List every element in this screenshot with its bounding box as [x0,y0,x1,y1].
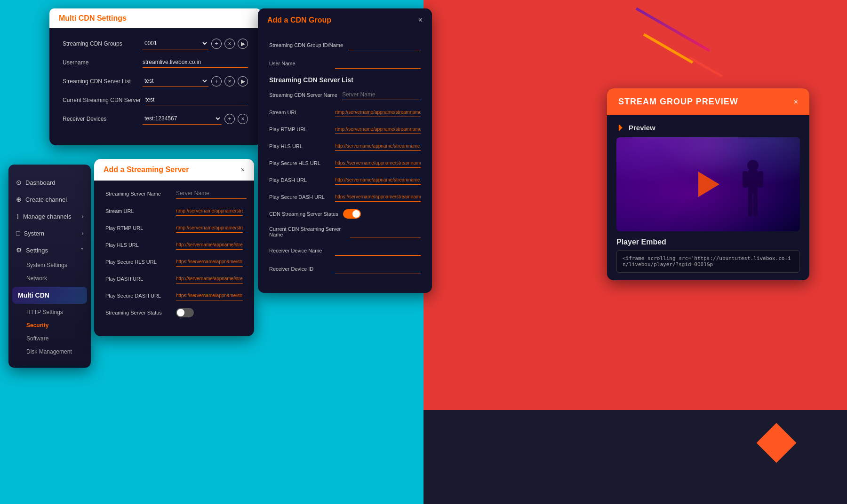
cdn-stream-url-label: Stream URL [269,110,330,115]
receiver-devices-remove-btn[interactable]: × [238,114,248,124]
receiver-device-name-label: Receiver Device Name [269,248,330,253]
play-rtmp-url-row: Play RTMP URL [105,223,243,233]
settings-icon: ⚙ [16,246,22,254]
sidebar-panel: ⊙ Dashboard ⊕ Create channel ⫿ Manage ch… [8,165,91,368]
receiver-device-name-input[interactable] [335,245,421,256]
sidebar-item-dashboard[interactable]: ⊙ Dashboard [8,174,91,191]
svg-rect-3 [758,171,763,188]
sidebar-sub-disk-management[interactable]: Disk Management [8,345,91,358]
sidebar-item-create-channel[interactable]: ⊕ Create channel [8,191,91,208]
streaming-server-close-btn[interactable]: × [241,166,245,173]
play-dash-url-input[interactable] [176,274,243,284]
cdn-group-id-input[interactable] [348,39,421,50]
play-secure-hls-url-row: Play Secure HLS URL [105,257,243,267]
preview-title: STREAM GROUP PREVIEW [618,97,738,107]
play-dash-url-label: Play DASH URL [105,276,171,282]
play-circle-icon: ⏵ [616,123,625,133]
streaming-server-status-toggle[interactable] [176,308,194,317]
streaming-server-title-bar: Add a Streaming Server × [94,159,254,181]
cdn-groups-remove-btn[interactable]: × [224,39,235,49]
cdn-play-rtmp-row: Play RTMP URL [269,125,421,134]
cdn-group-title: Add a CDN Group [267,16,331,24]
cdn-server-list-remove-btn[interactable]: × [224,76,235,87]
cdn-stream-url-row: Stream URL [269,108,421,117]
cdn-server-list-add-btn[interactable]: + [211,76,222,87]
receiver-device-name-row: Receiver Device Name [269,245,421,256]
cdn-groups-label: Streaming CDN Groups [63,40,138,47]
cdn-server-status-toggle[interactable] [343,209,361,219]
cdn-group-username-label: User Name [269,61,330,66]
cdn-play-hls-input[interactable] [335,142,421,151]
play-secure-dash-url-input[interactable] [176,291,243,300]
stream-url-row: Stream URL [105,206,243,216]
sidebar-item-system[interactable]: □ System › [8,225,91,242]
play-secure-hls-url-input[interactable] [176,257,243,267]
sidebar-sub-system-settings[interactable]: System Settings [8,259,91,272]
cdn-group-username-row: User Name [269,58,421,69]
cdn-group-title-bar: Add a CDN Group × [258,8,432,32]
player-embed-label: Player Embed [616,238,800,246]
multi-cdn-panel: Multi CDN Settings Streaming CDN Groups … [49,8,261,145]
stream-group-preview-panel: STREAM GROUP PREVIEW × ⏵ Preview [607,88,809,280]
streaming-server-name-input[interactable] [176,188,247,199]
sidebar-item-settings[interactable]: ⚙ Settings ˅ [8,242,91,259]
cdn-play-dash-input[interactable] [335,175,421,185]
cdn-group-username-input[interactable] [335,58,421,69]
current-cdn-server-input[interactable] [145,94,248,105]
cdn-play-secure-dash-input[interactable] [335,192,421,202]
play-dash-url-row: Play DASH URL [105,274,243,284]
cdn-stream-url-input[interactable] [335,108,421,117]
cdn-play-rtmp-input[interactable] [335,125,421,134]
cdn-groups-select[interactable]: 0001 [143,38,208,49]
dashboard-icon: ⊙ [16,179,22,186]
sidebar-sub-software[interactable]: Software [8,332,91,345]
svg-point-0 [747,160,759,171]
cdn-server-name-row: Streaming CDN Server Name [269,89,421,100]
sidebar-sub-network[interactable]: Network [8,272,91,285]
sidebar-sub-security[interactable]: Security [8,319,91,332]
receiver-devices-label: Receiver Devices [63,116,138,122]
receiver-devices-select[interactable]: test:1234567 [143,113,222,125]
sidebar-sub-http-settings[interactable]: HTTP Settings [8,306,91,319]
receiver-device-id-row: Receiver Device ID [269,263,421,274]
cdn-server-status-label: CDN Streaming Server Status [269,211,338,217]
player-embed-code[interactable]: <iframe scrolling src='https://ubuntutes… [616,250,800,273]
cdn-server-list-label: Streaming CDN Server List [63,78,138,85]
sidebar-multi-cdn[interactable]: Multi CDN [12,287,87,304]
cdn-server-name-label: Streaming CDN Server Name [269,92,337,98]
stream-url-label: Stream URL [105,208,171,214]
video-preview[interactable] [616,137,800,231]
stream-url-input[interactable] [176,206,243,216]
cdn-groups-add-btn[interactable]: + [211,39,222,49]
play-secure-dash-url-label: Play Secure DASH URL [105,293,171,299]
cdn-server-name-input[interactable] [342,89,421,100]
receiver-device-id-input[interactable] [335,263,421,274]
cdn-group-panel: Add a CDN Group × Streaming CDN Group ID… [258,8,432,293]
current-cdn-server-row: Current Streaming CDN Server [63,94,248,105]
streaming-server-status-label: Streaming Server Status [105,310,171,315]
streaming-server-name-label: Streaming Server Name [105,191,171,197]
receiver-devices-add-btn[interactable]: + [224,114,235,124]
play-hls-url-input[interactable] [176,240,243,250]
current-cdn-streaming-input[interactable] [350,227,421,237]
username-label: Username [63,59,138,66]
cdn-server-list-select[interactable]: test [143,75,208,87]
sidebar-item-manage-channels[interactable]: ⫿ Manage channels › [8,208,91,225]
svg-rect-4 [748,193,752,216]
cdn-play-secure-hls-input[interactable] [335,158,421,168]
play-hls-url-row: Play HLS URL [105,240,243,250]
cdn-play-dash-row: Play DASH URL [269,175,421,185]
manage-channels-icon: ⫿ [16,213,19,220]
cdn-group-close-btn[interactable]: × [418,16,423,24]
cdn-server-list-play-btn[interactable]: ▶ [238,76,248,87]
preview-close-btn[interactable]: × [794,98,798,106]
username-input[interactable] [143,57,248,68]
receiver-device-id-label: Receiver Device ID [269,266,330,272]
cdn-play-secure-dash-row: Play Secure DASH URL [269,192,421,202]
bg-dark-bottom [424,410,847,504]
play-button[interactable] [694,170,722,198]
multi-cdn-title: Multi CDN Settings [59,14,127,23]
cdn-groups-play-btn[interactable]: ▶ [238,39,248,49]
play-rtmp-url-input[interactable] [176,223,243,233]
cdn-server-list-header: Streaming CDN Server List [269,76,421,84]
